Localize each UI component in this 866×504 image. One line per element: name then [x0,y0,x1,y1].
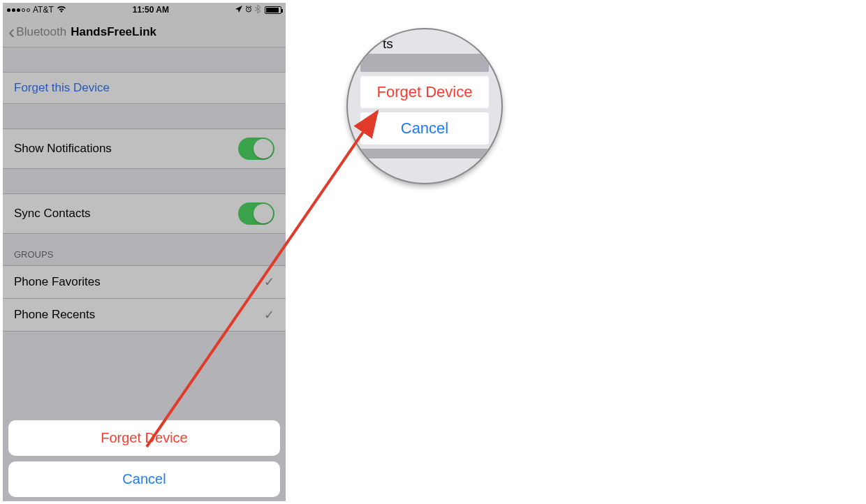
checkmark-icon: ✓ [264,307,274,323]
signal-dots-icon [7,8,30,12]
section-gap [3,169,286,193]
carrier-label: AT&T [33,5,54,15]
battery-icon [265,6,281,14]
phone-recents-label: Phone Recents [14,308,95,322]
back-button-label[interactable]: Bluetooth [16,25,66,39]
status-right [235,5,281,15]
status-bar: AT&T 11:50 AM [3,3,286,17]
magnifier-partial-text: ts [383,36,393,52]
phone-favorites-label: Phone Favorites [14,275,101,289]
magnifier-forget-device-button: Forget Device [360,76,489,108]
bluetooth-icon [255,5,260,15]
magnifier-grey-bar [360,149,489,158]
show-notifications-label: Show Notifications [14,142,112,156]
action-sheet-group: Forget Device [8,420,280,456]
nav-bar: ‹ Bluetooth HandsFreeLink [3,17,286,47]
section-gap [3,104,286,128]
status-left: AT&T [7,5,66,15]
forget-device-button[interactable]: Forget Device [8,420,280,456]
sync-contacts-label: Sync Contacts [14,207,91,221]
action-sheet-cancel-group: Cancel [8,461,280,497]
forget-this-device-label: Forget this Device [14,81,110,95]
section-gap [3,47,286,72]
action-sheet: Forget Device Cancel [8,420,280,497]
forget-this-device-cell[interactable]: Forget this Device [3,72,286,104]
phone-favorites-cell[interactable]: Phone Favorites ✓ [3,265,286,298]
wifi-icon [57,5,66,15]
show-notifications-toggle[interactable] [238,138,274,160]
page-title: HandsFreeLink [71,25,156,39]
sync-contacts-toggle[interactable] [238,202,274,225]
groups-header: GROUPS [3,234,286,265]
phone-recents-cell[interactable]: Phone Recents ✓ [3,298,286,332]
sync-contacts-cell: Sync Contacts [3,193,286,234]
show-notifications-cell: Show Notifications [3,128,286,169]
checkmark-icon: ✓ [264,274,274,290]
magnifier-cancel-button: Cancel [360,112,489,144]
back-chevron-icon[interactable]: ‹ [8,21,15,43]
cancel-button[interactable]: Cancel [8,461,280,497]
alarm-icon [245,5,252,15]
magnifier-grey-bar [360,54,489,72]
clock-label: 11:50 AM [133,5,169,15]
location-icon [235,5,242,15]
magnifier-callout: ts Forget Device Cancel [348,29,501,183]
phone-frame: AT&T 11:50 AM ‹ Bluetooth HandsFreeLink [3,3,286,501]
